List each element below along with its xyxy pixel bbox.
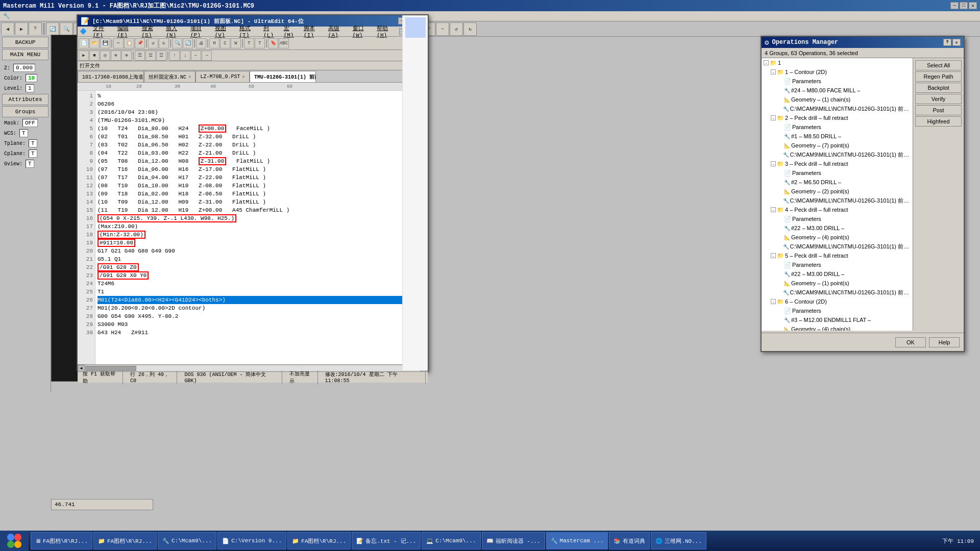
ok-btn[interactable]: OK — [895, 337, 926, 347]
ue-bookmarks[interactable]: 🔖 — [268, 38, 278, 48]
ue-menu-format[interactable]: 格式(T) — [235, 23, 260, 39]
attributes-btn[interactable]: Attributes — [2, 94, 48, 105]
tool28[interactable]: – — [436, 22, 449, 36]
ue-menu-advanced[interactable]: 高级(A) — [324, 23, 349, 39]
tool30[interactable]: ↻ — [463, 22, 477, 36]
regen-path-btn[interactable]: Regen Path — [915, 71, 962, 82]
ue-redo[interactable]: ↻ — [159, 38, 169, 48]
taskbar-item-6[interactable]: 💻 C:\Mcam9\... — [422, 532, 480, 549]
taskbar-item-8[interactable]: 🔧 Mastercam ... — [546, 532, 608, 549]
help-btn[interactable]: ? — [29, 22, 42, 36]
taskbar-item-10[interactable]: 🌐 三维网.NO... — [651, 532, 706, 549]
ue-menu-script[interactable]: 脚本(I) — [300, 23, 324, 39]
tree-item[interactable]: -📁1 — [762, 58, 913, 67]
taskbar-item-0[interactable]: 🖥 FA图档\R\RJ... — [31, 532, 92, 549]
ue-save[interactable]: 💾 — [100, 38, 110, 48]
tree-item[interactable]: 📐Geometry – (4) chain(s) — [762, 324, 913, 331]
ue-word[interactable]: W — [231, 38, 241, 48]
ue-new[interactable]: 📄 — [79, 38, 89, 48]
ue-t7[interactable]: ☱ — [145, 51, 156, 61]
taskbar-item-3[interactable]: 📄 C:\Version 9... — [217, 532, 286, 549]
ue-tag2[interactable]: T — [255, 38, 265, 48]
ue-print[interactable]: 🖨 — [196, 38, 206, 48]
ue-menu-col[interactable]: 列(L) — [259, 23, 279, 39]
main-menu-btn[interactable]: MAIN MENU — [2, 49, 48, 60]
ue-t2[interactable]: ■ — [89, 51, 100, 61]
tree-item[interactable]: -📁3 – Peck drill – full retract — [762, 159, 913, 168]
ue-t10[interactable]: ↓ — [180, 51, 190, 61]
tree-item[interactable]: 📄Parameters — [762, 306, 913, 315]
verify-btn[interactable]: Verify — [915, 94, 962, 104]
ue-t6[interactable]: ☰ — [135, 51, 145, 61]
tree-item[interactable]: -📁1 – Contour (2D) — [762, 67, 913, 77]
ue-paste[interactable]: 📌 — [135, 38, 145, 48]
tree-item[interactable]: 🔧#22 – M3.00 DRILL – — [762, 223, 913, 233]
tool1[interactable]: 🔄 — [46, 22, 59, 36]
ue-menu-edit[interactable]: 编辑(E) — [113, 23, 138, 39]
ue-menu-macro[interactable]: 宏(M) — [280, 23, 300, 39]
taskbar-item-1[interactable]: 📁 FA图档\R\RJ... — [93, 532, 157, 549]
ue-menu-search[interactable]: 搜索(S) — [138, 23, 162, 39]
ue-cut[interactable]: ✂ — [113, 38, 124, 48]
taskbar-item-5[interactable]: 📝 备忘.txt - 记... — [352, 532, 421, 549]
help-footer-btn[interactable]: Help — [929, 337, 960, 347]
start-button[interactable] — [0, 531, 29, 551]
tab-101[interactable]: 101-17360-01008上海道.NC ✕ — [78, 71, 144, 82]
ue-t1[interactable]: ▶ — [79, 51, 89, 61]
tree-item[interactable]: 📄Parameters — [762, 214, 913, 223]
tab-lz-close[interactable]: ✕ — [242, 74, 244, 80]
ue-t3[interactable]: ◎ — [100, 51, 110, 61]
taskbar-item-2[interactable]: 🔧 C:\Mcam9\... — [158, 532, 216, 549]
tree-item[interactable]: 📐Geometry – (2) point(s) — [762, 187, 913, 196]
tree-item[interactable]: 🔧C:\MCAM9\MILL\NCI\TMU-0126G-3101(1) 前面板… — [762, 196, 913, 205]
tool2[interactable]: 🔍 — [60, 22, 73, 36]
ue-col[interactable]: C — [220, 38, 230, 48]
tree-item[interactable]: 📄Parameters — [762, 77, 913, 86]
tree-item[interactable]: 📐Geometry – (4) point(s) — [762, 233, 913, 242]
tree-item[interactable]: 📄Parameters — [762, 168, 913, 178]
ue-t8[interactable]: ☲ — [156, 51, 166, 61]
ue-spell[interactable]: ABC — [279, 38, 289, 48]
tree-item[interactable]: -📁5 – Peck drill – full retract — [762, 251, 913, 260]
ue-tag1[interactable]: T — [244, 38, 254, 48]
tool29[interactable]: ↺ — [450, 22, 463, 36]
hscroll-track[interactable] — [85, 366, 420, 371]
tree-item[interactable]: -📁4 – Peck drill – full retract — [762, 205, 913, 214]
tree-item[interactable]: 🔧C:\MCAM9\MILL\NCI\TMU-0126G-3101(1) 前面板… — [762, 242, 913, 251]
select-all-btn[interactable]: Select All — [915, 60, 962, 70]
close-btn[interactable]: ✕ — [969, 2, 977, 9]
groups-btn[interactable]: Groups — [2, 106, 48, 117]
ue-hscrollbar[interactable]: ◀ ▶ — [78, 364, 428, 371]
tree-item[interactable]: 📐Geometry – (1) chain(s) — [762, 95, 913, 104]
ue-t12[interactable]: → — [202, 51, 212, 61]
tree-item[interactable]: -📁2 – Peck drill – full retract — [762, 113, 913, 122]
taskbar-item-9[interactable]: 📚 有道词典 — [609, 532, 650, 549]
ue-t4[interactable]: ⊕ — [111, 51, 121, 61]
tree-item[interactable]: 📐Geometry – (1) point(s) — [762, 279, 913, 288]
tree-item[interactable]: 🔧C:\MCAM9\MILL\NCI\TMU-0126G-3101(1) 前面板… — [762, 150, 913, 159]
ue-menu-window[interactable]: 窗口(W) — [349, 23, 373, 39]
tree-item[interactable]: 🔧#22 – M3.00 DRILL – — [762, 269, 913, 279]
taskbar-item-7[interactable]: 📖 福昕阅读器 -... — [482, 532, 545, 549]
nav-back-btn[interactable]: ◀ — [1, 22, 14, 36]
maximize-btn[interactable]: □ — [960, 2, 968, 9]
tree-item[interactable]: 🔧#24 – M80.00 FACE MILL – — [762, 86, 913, 95]
nav-fwd-btn[interactable]: ▶ — [15, 22, 28, 36]
highfeed-btn[interactable]: Highfeed — [915, 116, 962, 127]
ue-undo[interactable]: ↺ — [148, 38, 158, 48]
tab-sigang-close[interactable]: ✕ — [188, 74, 191, 80]
ue-t5[interactable]: ⊗ — [121, 51, 132, 61]
ue-hex[interactable]: H — [209, 38, 219, 48]
ue-menu-insert[interactable]: 插入(N) — [162, 23, 186, 39]
tab-sigang[interactable]: 丝杆固定座3.NC ✕ — [144, 71, 195, 82]
taskbar-item-4[interactable]: 📁 FA图档\R\RJ... — [287, 532, 351, 549]
ops-tree[interactable]: -📁1-📁1 – Contour (2D)📄Parameters🔧#24 – M… — [762, 58, 913, 331]
tree-item[interactable]: 📄Parameters — [762, 260, 913, 269]
ue-t11[interactable]: ← — [191, 51, 201, 61]
tree-item[interactable]: 🔧C:\MCAM9\MILL\NCI\TMU-0126G-3101(1) 前面板… — [762, 288, 913, 297]
tree-item[interactable]: 🔧#2 – M6.50 DRILL – — [762, 178, 913, 187]
ue-open[interactable]: 📂 — [89, 38, 100, 48]
ops-close[interactable]: ✕ — [952, 39, 961, 46]
tree-item[interactable]: -📁6 – Contour (2D) — [762, 297, 913, 306]
code-area[interactable]: % O6206 (2016/10/04 23:08) (TMU-0126G-31… — [95, 91, 428, 364]
